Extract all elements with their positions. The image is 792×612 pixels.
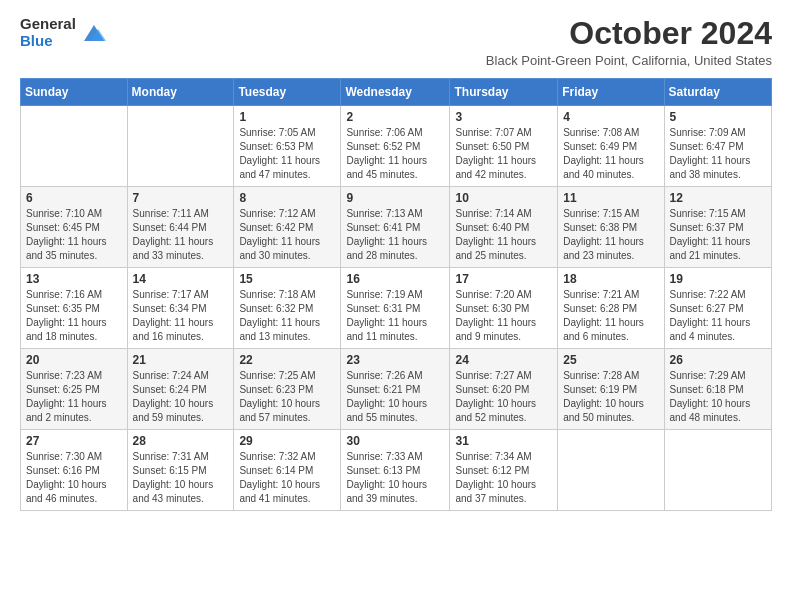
logo-blue-text: Blue — [20, 33, 76, 50]
calendar-day-cell: 31Sunrise: 7:34 AM Sunset: 6:12 PM Dayli… — [450, 430, 558, 511]
day-number: 5 — [670, 110, 766, 124]
day-info: Sunrise: 7:18 AM Sunset: 6:32 PM Dayligh… — [239, 288, 335, 344]
day-info: Sunrise: 7:19 AM Sunset: 6:31 PM Dayligh… — [346, 288, 444, 344]
day-number: 9 — [346, 191, 444, 205]
day-number: 15 — [239, 272, 335, 286]
calendar-day-cell: 23Sunrise: 7:26 AM Sunset: 6:21 PM Dayli… — [341, 349, 450, 430]
day-number: 31 — [455, 434, 552, 448]
day-number: 28 — [133, 434, 229, 448]
day-info: Sunrise: 7:14 AM Sunset: 6:40 PM Dayligh… — [455, 207, 552, 263]
calendar-day-cell: 1Sunrise: 7:05 AM Sunset: 6:53 PM Daylig… — [234, 106, 341, 187]
day-info: Sunrise: 7:27 AM Sunset: 6:20 PM Dayligh… — [455, 369, 552, 425]
calendar-day-cell: 9Sunrise: 7:13 AM Sunset: 6:41 PM Daylig… — [341, 187, 450, 268]
calendar-day-cell: 17Sunrise: 7:20 AM Sunset: 6:30 PM Dayli… — [450, 268, 558, 349]
day-info: Sunrise: 7:07 AM Sunset: 6:50 PM Dayligh… — [455, 126, 552, 182]
day-number: 29 — [239, 434, 335, 448]
month-title: October 2024 — [486, 16, 772, 51]
title-area: October 2024 Black Point-Green Point, Ca… — [486, 16, 772, 68]
weekday-header-saturday: Saturday — [664, 79, 771, 106]
weekday-header-monday: Monday — [127, 79, 234, 106]
day-info: Sunrise: 7:23 AM Sunset: 6:25 PM Dayligh… — [26, 369, 122, 425]
day-number: 7 — [133, 191, 229, 205]
weekday-header-row: SundayMondayTuesdayWednesdayThursdayFrid… — [21, 79, 772, 106]
calendar-day-cell: 14Sunrise: 7:17 AM Sunset: 6:34 PM Dayli… — [127, 268, 234, 349]
calendar-day-cell: 27Sunrise: 7:30 AM Sunset: 6:16 PM Dayli… — [21, 430, 128, 511]
day-info: Sunrise: 7:12 AM Sunset: 6:42 PM Dayligh… — [239, 207, 335, 263]
day-number: 13 — [26, 272, 122, 286]
calendar-day-cell: 3Sunrise: 7:07 AM Sunset: 6:50 PM Daylig… — [450, 106, 558, 187]
day-number: 26 — [670, 353, 766, 367]
location-subtitle: Black Point-Green Point, California, Uni… — [486, 53, 772, 68]
day-number: 18 — [563, 272, 658, 286]
calendar-day-cell: 19Sunrise: 7:22 AM Sunset: 6:27 PM Dayli… — [664, 268, 771, 349]
calendar-day-cell: 29Sunrise: 7:32 AM Sunset: 6:14 PM Dayli… — [234, 430, 341, 511]
day-info: Sunrise: 7:17 AM Sunset: 6:34 PM Dayligh… — [133, 288, 229, 344]
day-number: 8 — [239, 191, 335, 205]
calendar-day-cell: 21Sunrise: 7:24 AM Sunset: 6:24 PM Dayli… — [127, 349, 234, 430]
day-info: Sunrise: 7:05 AM Sunset: 6:53 PM Dayligh… — [239, 126, 335, 182]
day-number: 2 — [346, 110, 444, 124]
calendar-table: SundayMondayTuesdayWednesdayThursdayFrid… — [20, 78, 772, 511]
calendar-day-cell: 6Sunrise: 7:10 AM Sunset: 6:45 PM Daylig… — [21, 187, 128, 268]
day-info: Sunrise: 7:08 AM Sunset: 6:49 PM Dayligh… — [563, 126, 658, 182]
calendar-day-cell: 13Sunrise: 7:16 AM Sunset: 6:35 PM Dayli… — [21, 268, 128, 349]
calendar-day-cell: 11Sunrise: 7:15 AM Sunset: 6:38 PM Dayli… — [558, 187, 664, 268]
day-info: Sunrise: 7:32 AM Sunset: 6:14 PM Dayligh… — [239, 450, 335, 506]
day-info: Sunrise: 7:06 AM Sunset: 6:52 PM Dayligh… — [346, 126, 444, 182]
day-number: 25 — [563, 353, 658, 367]
day-number: 17 — [455, 272, 552, 286]
day-number: 3 — [455, 110, 552, 124]
logo-general-text: General — [20, 16, 76, 33]
logo-icon — [80, 19, 108, 47]
calendar-day-cell — [21, 106, 128, 187]
calendar-week-row: 13Sunrise: 7:16 AM Sunset: 6:35 PM Dayli… — [21, 268, 772, 349]
day-number: 22 — [239, 353, 335, 367]
calendar-day-cell — [127, 106, 234, 187]
day-info: Sunrise: 7:15 AM Sunset: 6:37 PM Dayligh… — [670, 207, 766, 263]
day-number: 10 — [455, 191, 552, 205]
day-number: 14 — [133, 272, 229, 286]
day-info: Sunrise: 7:20 AM Sunset: 6:30 PM Dayligh… — [455, 288, 552, 344]
weekday-header-thursday: Thursday — [450, 79, 558, 106]
logo: General Blue — [20, 16, 108, 49]
calendar-day-cell: 2Sunrise: 7:06 AM Sunset: 6:52 PM Daylig… — [341, 106, 450, 187]
page-header: General Blue October 2024 Black Point-Gr… — [20, 16, 772, 68]
day-info: Sunrise: 7:09 AM Sunset: 6:47 PM Dayligh… — [670, 126, 766, 182]
calendar-day-cell: 7Sunrise: 7:11 AM Sunset: 6:44 PM Daylig… — [127, 187, 234, 268]
day-number: 6 — [26, 191, 122, 205]
day-info: Sunrise: 7:28 AM Sunset: 6:19 PM Dayligh… — [563, 369, 658, 425]
calendar-day-cell — [558, 430, 664, 511]
day-info: Sunrise: 7:21 AM Sunset: 6:28 PM Dayligh… — [563, 288, 658, 344]
day-info: Sunrise: 7:10 AM Sunset: 6:45 PM Dayligh… — [26, 207, 122, 263]
weekday-header-wednesday: Wednesday — [341, 79, 450, 106]
day-number: 4 — [563, 110, 658, 124]
day-number: 19 — [670, 272, 766, 286]
day-info: Sunrise: 7:13 AM Sunset: 6:41 PM Dayligh… — [346, 207, 444, 263]
day-info: Sunrise: 7:31 AM Sunset: 6:15 PM Dayligh… — [133, 450, 229, 506]
day-number: 23 — [346, 353, 444, 367]
calendar-day-cell: 24Sunrise: 7:27 AM Sunset: 6:20 PM Dayli… — [450, 349, 558, 430]
day-number: 27 — [26, 434, 122, 448]
calendar-day-cell: 16Sunrise: 7:19 AM Sunset: 6:31 PM Dayli… — [341, 268, 450, 349]
day-number: 30 — [346, 434, 444, 448]
day-info: Sunrise: 7:22 AM Sunset: 6:27 PM Dayligh… — [670, 288, 766, 344]
calendar-day-cell: 18Sunrise: 7:21 AM Sunset: 6:28 PM Dayli… — [558, 268, 664, 349]
day-info: Sunrise: 7:33 AM Sunset: 6:13 PM Dayligh… — [346, 450, 444, 506]
day-number: 12 — [670, 191, 766, 205]
day-number: 24 — [455, 353, 552, 367]
day-info: Sunrise: 7:26 AM Sunset: 6:21 PM Dayligh… — [346, 369, 444, 425]
calendar-day-cell: 20Sunrise: 7:23 AM Sunset: 6:25 PM Dayli… — [21, 349, 128, 430]
calendar-day-cell: 28Sunrise: 7:31 AM Sunset: 6:15 PM Dayli… — [127, 430, 234, 511]
day-number: 16 — [346, 272, 444, 286]
day-info: Sunrise: 7:24 AM Sunset: 6:24 PM Dayligh… — [133, 369, 229, 425]
day-info: Sunrise: 7:25 AM Sunset: 6:23 PM Dayligh… — [239, 369, 335, 425]
calendar-day-cell: 12Sunrise: 7:15 AM Sunset: 6:37 PM Dayli… — [664, 187, 771, 268]
calendar-day-cell: 25Sunrise: 7:28 AM Sunset: 6:19 PM Dayli… — [558, 349, 664, 430]
calendar-day-cell: 4Sunrise: 7:08 AM Sunset: 6:49 PM Daylig… — [558, 106, 664, 187]
calendar-week-row: 1Sunrise: 7:05 AM Sunset: 6:53 PM Daylig… — [21, 106, 772, 187]
calendar-day-cell: 15Sunrise: 7:18 AM Sunset: 6:32 PM Dayli… — [234, 268, 341, 349]
day-info: Sunrise: 7:34 AM Sunset: 6:12 PM Dayligh… — [455, 450, 552, 506]
day-info: Sunrise: 7:29 AM Sunset: 6:18 PM Dayligh… — [670, 369, 766, 425]
weekday-header-sunday: Sunday — [21, 79, 128, 106]
calendar-day-cell: 26Sunrise: 7:29 AM Sunset: 6:18 PM Dayli… — [664, 349, 771, 430]
